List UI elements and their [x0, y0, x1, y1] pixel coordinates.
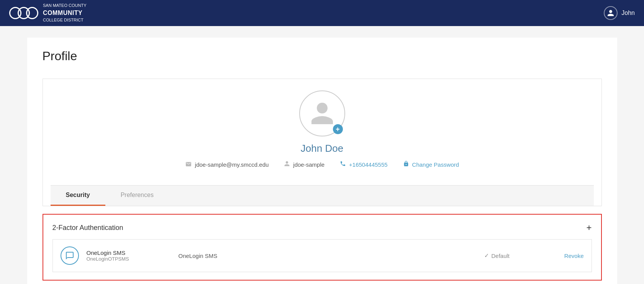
tabs-bar: Security Preferences [51, 185, 594, 206]
user-icon [607, 9, 615, 17]
default-label: Default [492, 253, 510, 259]
check-icon: ✓ [484, 252, 489, 259]
profile-info-row: jdoe-sample@my.smccd.edu jdoe-sample [185, 161, 459, 168]
2fa-section: 2-Factor Authentication + OneLogin SMS O… [43, 214, 602, 281]
profile-username-item: jdoe-sample [284, 161, 324, 168]
header-area: Profile SAVE [43, 49, 602, 71]
section-title: 2-Factor Authentication [52, 224, 123, 232]
revoke-button[interactable]: Revoke [553, 253, 584, 259]
header: SAN MATEO COUNTY COMMUNITY COLLEGE DISTR… [0, 0, 644, 26]
section-header: 2-Factor Authentication + [52, 222, 592, 233]
tab-preferences[interactable]: Preferences [105, 186, 169, 206]
header-user: John [604, 6, 635, 20]
change-password-item[interactable]: Change Password [403, 161, 459, 168]
add-factor-button[interactable]: + [586, 222, 592, 233]
person-icon [284, 161, 290, 168]
main-content: Profile SAVE + John Doe [27, 38, 617, 284]
profile-card: + John Doe jdoe-sample@my.smccd.edu [43, 79, 602, 206]
logo-circles [9, 7, 38, 19]
logo: SAN MATEO COUNTY COMMUNITY COLLEGE DISTR… [9, 3, 86, 23]
profile-top: + John Doe jdoe-sample@my.smccd.edu [51, 90, 594, 185]
logo-text: SAN MATEO COUNTY COMMUNITY COLLEGE DISTR… [43, 3, 86, 23]
sms-icon [65, 251, 74, 260]
otp-name: OneLogin SMS [87, 250, 171, 256]
otp-default: ✓ Default [484, 252, 546, 259]
header-username: John [621, 10, 635, 16]
otp-icon-wrap [61, 246, 79, 265]
phone-icon [340, 161, 346, 168]
avatar-add-button[interactable]: + [333, 124, 343, 134]
profile-email-item: jdoe-sample@my.smccd.edu [185, 161, 269, 168]
otp-name-block: OneLogin SMS OneLoginOTPSMS [87, 250, 171, 262]
tab-security[interactable]: Security [51, 186, 105, 206]
change-password-label: Change Password [412, 161, 459, 168]
profile-name: John Doe [301, 143, 343, 154]
header-avatar[interactable] [604, 6, 618, 20]
profile-username: jdoe-sample [293, 161, 324, 168]
avatar-person-icon [309, 100, 336, 127]
lock-icon [403, 161, 409, 168]
content-wrapper: Profile SAVE + John Doe [43, 49, 602, 281]
otp-row: OneLogin SMS OneLoginOTPSMS OneLogin SMS… [52, 239, 592, 272]
page-title: Profile [43, 49, 77, 63]
email-icon [185, 161, 192, 168]
logo-circle-3 [26, 7, 38, 19]
avatar-wrapper: + [299, 90, 345, 136]
profile-email: jdoe-sample@my.smccd.edu [195, 161, 269, 168]
profile-phone: +16504445555 [349, 161, 388, 168]
logo-line2: COLLEGE DISTRICT [43, 18, 84, 22]
logo-main: COMMUNITY [43, 9, 86, 17]
otp-type: OneLogin SMS [179, 253, 477, 259]
otp-sub: OneLoginOTPSMS [87, 256, 171, 262]
profile-phone-item: +16504445555 [340, 161, 388, 168]
logo-line1: SAN MATEO COUNTY [43, 3, 86, 8]
